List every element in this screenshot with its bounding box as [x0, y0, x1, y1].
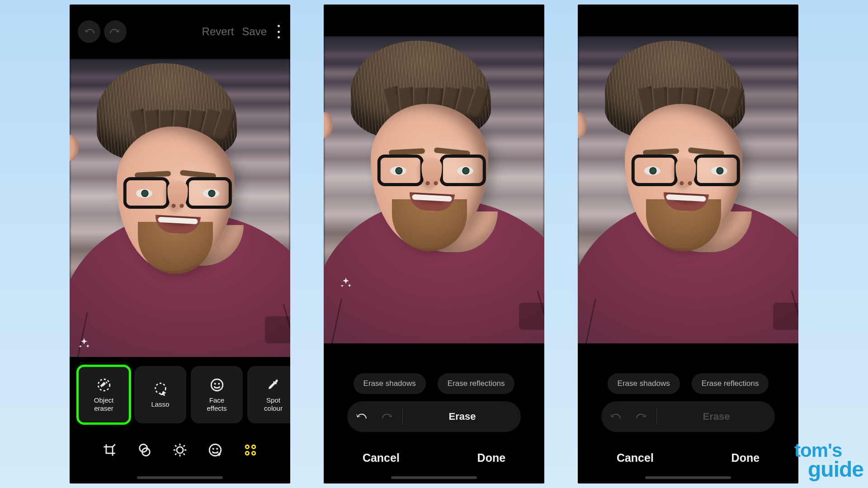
- tool-object-eraser[interactable]: Object eraser: [78, 366, 130, 423]
- undo-button[interactable]: [347, 401, 374, 432]
- object-eraser-icon: [96, 377, 112, 393]
- home-indicator[interactable]: [391, 476, 477, 479]
- chip-erase-reflections[interactable]: Erase reflections: [438, 373, 515, 394]
- home-indicator[interactable]: [645, 476, 731, 479]
- ai-tools-row: Object eraser Lasso Face effects Spot co…: [78, 366, 288, 423]
- tool-label: Spot colour: [264, 396, 283, 412]
- apps-icon: [243, 442, 258, 458]
- action-pill: Erase: [601, 401, 775, 432]
- redo-button: [628, 401, 656, 432]
- tool-label: Face effects: [207, 396, 227, 412]
- footer-actions: Cancel Done: [324, 442, 544, 474]
- redo-button[interactable]: [374, 401, 401, 432]
- screenshot-3: Erase shadows Erase reflections Erase Ca…: [578, 5, 798, 483]
- spot-colour-icon: [266, 377, 281, 393]
- footer-actions: Cancel Done: [578, 442, 798, 474]
- tool-label: Lasso: [151, 400, 169, 408]
- revert-button[interactable]: Revert: [202, 25, 234, 38]
- tab-sticker[interactable]: [208, 442, 223, 460]
- photo-canvas[interactable]: [70, 59, 290, 357]
- photo-canvas[interactable]: [578, 36, 798, 343]
- chip-erase-shadows[interactable]: Erase shadows: [354, 373, 426, 394]
- tab-crop[interactable]: [102, 442, 117, 460]
- photo-canvas[interactable]: [324, 36, 544, 343]
- chip-erase-shadows[interactable]: Erase shadows: [608, 373, 680, 394]
- sticker-icon: [208, 442, 223, 458]
- chip-erase-reflections[interactable]: Erase reflections: [692, 373, 769, 394]
- filters-icon: [137, 442, 152, 458]
- erase-button: Erase: [658, 411, 775, 422]
- watermark-logo: tom's guide: [794, 443, 850, 475]
- undo-button: [601, 401, 628, 432]
- save-button[interactable]: Save: [242, 25, 267, 38]
- tab-adjust[interactable]: [172, 442, 188, 460]
- ai-sparkle-icon: [78, 337, 90, 350]
- editor-tabs: [70, 436, 290, 465]
- tab-apps[interactable]: [243, 442, 258, 460]
- home-indicator[interactable]: [137, 476, 223, 479]
- tab-filters[interactable]: [137, 442, 152, 460]
- ai-sparkle-icon: [340, 277, 352, 289]
- erase-button[interactable]: Erase: [404, 411, 521, 422]
- tool-lasso[interactable]: Lasso: [134, 366, 186, 423]
- cancel-button[interactable]: Cancel: [617, 451, 654, 465]
- crop-icon: [102, 442, 117, 458]
- overflow-menu-button[interactable]: [275, 25, 282, 38]
- screenshot-1: Revert Save: [70, 5, 290, 483]
- tool-face-effects[interactable]: Face effects: [191, 366, 243, 423]
- screenshot-2: Erase shadows Erase reflections Erase Ca…: [324, 5, 544, 483]
- tool-spot-colour[interactable]: Spot colour: [247, 366, 290, 423]
- redo-button[interactable]: [104, 20, 127, 43]
- suggestion-chips: Erase shadows Erase reflections: [324, 373, 544, 394]
- done-button[interactable]: Done: [477, 451, 506, 465]
- adjust-icon: [172, 442, 188, 458]
- suggestion-chips: Erase shadows Erase reflections: [578, 373, 798, 394]
- tool-label: Object eraser: [94, 396, 113, 412]
- face-effects-icon: [209, 377, 225, 393]
- done-button[interactable]: Done: [731, 451, 760, 465]
- editor-topbar: Revert Save: [70, 5, 290, 59]
- action-pill: Erase: [347, 401, 521, 432]
- lasso-icon: [153, 381, 168, 397]
- undo-button[interactable]: [78, 20, 100, 43]
- cancel-button[interactable]: Cancel: [363, 451, 400, 465]
